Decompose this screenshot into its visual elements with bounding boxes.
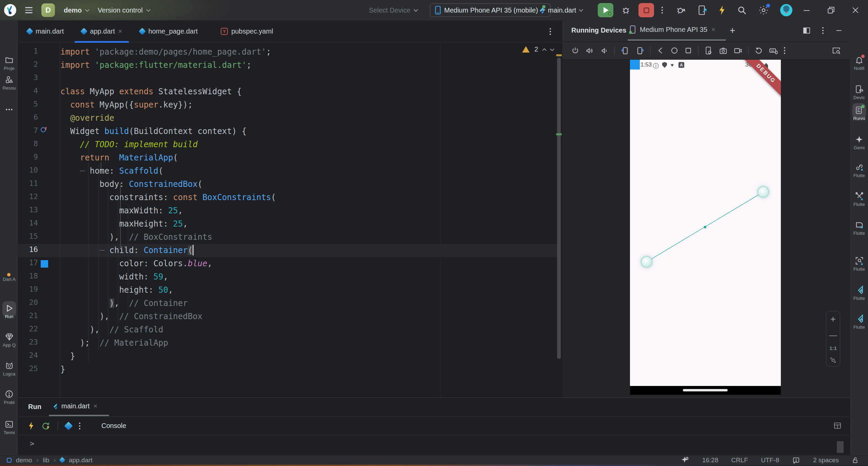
breadcrumb-dir[interactable]: lib: [43, 457, 49, 464]
rotate-right-icon[interactable]: [635, 46, 645, 55]
sidebar-item-flutter-outline[interactable]: Flutte: [850, 220, 868, 236]
tab-pubspec-yaml[interactable]: Y pubspec.yaml: [212, 20, 282, 43]
sidebar-item-app-quality-insights[interactable]: App Q: [0, 332, 18, 348]
run-more-icon[interactable]: [79, 423, 80, 429]
screen-record-icon[interactable]: [733, 46, 743, 55]
split-view-icon[interactable]: [803, 26, 811, 35]
restore-window-icon[interactable]: [827, 6, 835, 15]
inspection-highlight-icon[interactable]: [792, 456, 800, 464]
editor-scrollbar[interactable]: [557, 58, 561, 359]
sidebar-item-dart-analysis[interactable]: Dart A: [0, 275, 18, 282]
more-actions-icon[interactable]: [662, 7, 663, 14]
breadcrumb-project[interactable]: demo: [16, 457, 32, 464]
close-tab-icon[interactable]: ×: [118, 27, 122, 35]
sidebar-item-flutter-performance[interactable]: Flutte: [850, 192, 868, 207]
hot-reload-bolt-icon[interactable]: [719, 6, 725, 15]
next-issue-icon[interactable]: [550, 47, 554, 51]
debug-icon[interactable]: [621, 5, 631, 15]
search-icon[interactable]: [737, 5, 747, 15]
sidebar-item-problems[interactable]: Probl: [0, 390, 18, 405]
zoom-in-button[interactable]: +: [830, 314, 836, 325]
code-lines[interactable]: import 'package:demo/pages/home_page.dar…: [60, 45, 556, 376]
sidebar-item-run[interactable]: Run: [0, 304, 18, 319]
hide-panel-icon[interactable]: [835, 27, 843, 34]
run-button[interactable]: [598, 3, 613, 17]
console-label[interactable]: Console: [101, 422, 126, 430]
warning-stripe-mark[interactable]: [556, 54, 562, 56]
sidebar-item-project[interactable]: Proje: [0, 56, 18, 71]
select-device-widget[interactable]: Select Device: [369, 0, 417, 20]
breadcrumb[interactable]: demo › lib › app.dart: [0, 457, 93, 464]
close-window-icon[interactable]: [851, 6, 860, 15]
device-manager-icon[interactable]: [698, 5, 707, 15]
android-overview-icon[interactable]: [684, 46, 692, 55]
sidebar-item-flutter-1[interactable]: Flutte: [850, 285, 868, 301]
avatar[interactable]: [780, 4, 792, 16]
sidebar-item-terminal[interactable]: Termi: [0, 420, 18, 435]
color-swatch-icon[interactable]: [41, 260, 48, 268]
power-icon[interactable]: [571, 46, 579, 55]
device-tab[interactable]: Medium Phone API 35 ×: [630, 25, 715, 34]
run-config-widget[interactable]: main.dart: [536, 0, 583, 20]
indent-setting[interactable]: 2 spaces: [813, 457, 839, 464]
tab-home-page-dart[interactable]: home_page.dart: [131, 20, 206, 43]
override-gutter-icon[interactable]: [41, 127, 46, 132]
close-tab-icon[interactable]: ×: [711, 26, 715, 34]
project-badge[interactable]: D: [41, 3, 55, 17]
hot-restart-icon[interactable]: [41, 422, 50, 430]
nav-handle[interactable]: [683, 389, 728, 391]
panel-options-icon[interactable]: [822, 27, 824, 34]
file-encoding[interactable]: UTF-8: [761, 457, 779, 464]
sidebar-item-more[interactable]: [0, 105, 18, 114]
project-widget[interactable]: demo: [64, 6, 89, 14]
run-tab-main-dart[interactable]: main.dart ×: [51, 402, 97, 410]
add-device-icon[interactable]: +: [730, 25, 735, 36]
tab-app-dart[interactable]: app.dart ×: [73, 20, 131, 43]
gutter[interactable]: 1234567891011121314151617181920212223242…: [18, 45, 60, 376]
console-layout-icon[interactable]: [833, 422, 842, 430]
screenshot-camera-icon[interactable]: [719, 46, 728, 55]
minimize-window-icon[interactable]: [802, 6, 811, 15]
tab-main-dart[interactable]: main.dart: [18, 20, 73, 43]
volume-up-icon[interactable]: [585, 46, 594, 55]
sidebar-item-resource-manager[interactable]: Resou: [0, 75, 18, 91]
device-nav-bar[interactable]: [630, 386, 781, 395]
console-scrollbar[interactable]: [837, 441, 844, 453]
sidebar-item-device-manager[interactable]: Devic: [850, 85, 868, 100]
emulator-device[interactable]: 1:53 ⓘ ♥ A 3G DEBUG: [630, 60, 781, 415]
unlock-icon[interactable]: [852, 456, 859, 464]
tab-options-icon[interactable]: [550, 28, 551, 35]
rotate-left-icon[interactable]: [620, 46, 630, 55]
sidebar-item-logcat[interactable]: Logca: [0, 361, 18, 376]
settings-gear-icon[interactable]: [758, 5, 769, 15]
sidebar-item-notifications[interactable]: Notifi: [850, 56, 868, 71]
change-stripe-mark[interactable]: [556, 133, 562, 135]
device-selector-dropdown[interactable]: Medium Phone API 35 (mobile): [430, 3, 551, 17]
restart-icon[interactable]: [754, 46, 763, 55]
vcs-widget[interactable]: Version control: [98, 6, 150, 14]
hot-reload-icon[interactable]: [28, 422, 34, 430]
prev-issue-icon[interactable]: [542, 48, 547, 53]
inspections-widget[interactable]: 2: [522, 45, 554, 53]
sidebar-item-flutter-inspect[interactable]: Flutte: [850, 256, 868, 272]
device-screen[interactable]: 1:53 ⓘ ♥ A 3G DEBUG: [630, 60, 781, 386]
ai-sparkle-off-icon[interactable]: [681, 456, 689, 464]
breadcrumb-file[interactable]: app.dart: [69, 457, 93, 464]
sidebar-item-running-devices[interactable]: Runni: [850, 106, 868, 121]
code-editor[interactable]: 1234567891011121314151617181920212223242…: [18, 43, 562, 397]
android-back-icon[interactable]: [656, 46, 665, 55]
close-tab-icon[interactable]: ×: [93, 402, 97, 410]
mirror-settings-icon[interactable]: [832, 46, 841, 55]
volume-down-icon[interactable]: [600, 46, 609, 55]
zoom-actual-size-button[interactable]: 1:1: [829, 345, 837, 351]
device-settings-icon[interactable]: [704, 46, 713, 55]
stop-button[interactable]: [638, 3, 654, 17]
sidebar-item-gemini[interactable]: Gemi: [850, 135, 868, 150]
attach-debugger-icon[interactable]: [676, 5, 686, 15]
dart-icon[interactable]: [64, 422, 73, 430]
hardware-input-icon[interactable]: [769, 46, 778, 55]
main-menu-icon[interactable]: [25, 7, 33, 13]
zoom-fit-icon[interactable]: [830, 357, 836, 364]
sidebar-item-flutter-2[interactable]: Flutte: [850, 314, 868, 330]
zoom-out-button[interactable]: —: [829, 330, 837, 340]
